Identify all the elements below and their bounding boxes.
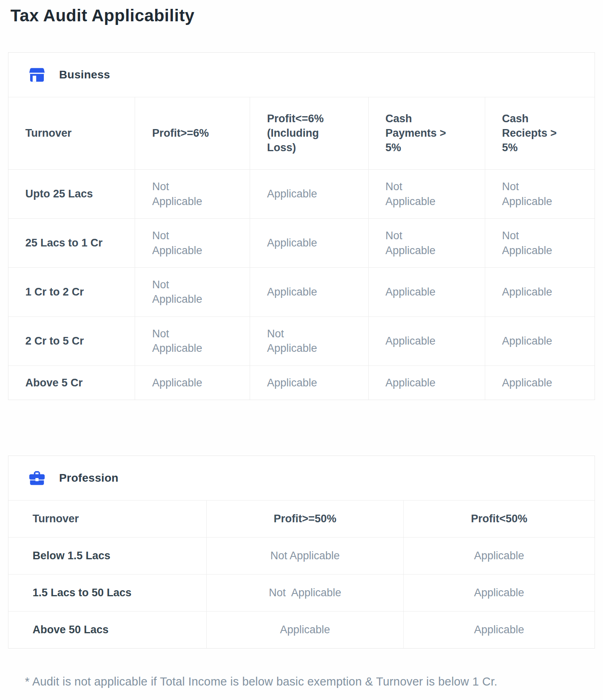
business-col-profit-ge-6: Profit>=6% <box>135 97 250 169</box>
cell-value: Not Applicable <box>207 575 404 612</box>
table-row: Upto 25 Lacs Not Applicable Applicable N… <box>8 170 595 219</box>
cell-value: Applicable <box>368 316 485 365</box>
cell-value: Applicable <box>368 268 485 317</box>
business-table-header-row: Turnover Profit>=6% Profit<=6% (Includin… <box>8 97 595 169</box>
cell-value: Applicable <box>135 365 250 400</box>
page: Tax Audit Applicability Business Turnove… <box>0 0 603 700</box>
cell-value: Applicable <box>250 268 369 317</box>
cell-value: Not Applicable <box>135 219 250 268</box>
profession-col-profit-ge-50: Profit>=50% <box>207 501 404 538</box>
table-row: 2 Cr to 5 Cr Not Applicable Not Applicab… <box>8 316 595 365</box>
profession-col-profit-lt-50: Profit<50% <box>404 501 595 538</box>
cell-value: Applicable <box>250 365 369 400</box>
business-section-card: Business Turnover Profit>=6% Profit<=6% … <box>8 52 595 400</box>
cell-value: Not Applicable <box>368 170 485 219</box>
table-row: Above 50 Lacs Applicable Applicable <box>8 612 595 649</box>
cell-value: Applicable <box>368 365 485 400</box>
row-label-upto-25-lacs: Upto 25 Lacs <box>8 170 135 219</box>
cell-value: Applicable <box>485 268 595 317</box>
cell-value: Not Applicable <box>207 538 404 575</box>
storefront-icon <box>28 66 46 84</box>
table-row: 25 Lacs to 1 Cr Not Applicable Applicabl… <box>8 219 595 268</box>
cell-value: Not Applicable <box>250 316 369 365</box>
table-row: Above 5 Cr Applicable Applicable Applica… <box>8 365 595 400</box>
cell-value: Not Applicable <box>135 268 250 317</box>
cell-value: Not Applicable <box>485 219 595 268</box>
business-table: Turnover Profit>=6% Profit<=6% (Includin… <box>8 97 595 400</box>
cell-value: Applicable <box>250 170 369 219</box>
cell-value: Applicable <box>404 612 595 649</box>
row-label-2cr-5cr: 2 Cr to 5 Cr <box>8 316 135 365</box>
profession-table-header-row: Turnover Profit>=50% Profit<50% <box>8 501 595 538</box>
cell-value: Applicable <box>404 575 595 612</box>
cell-value: Not Applicable <box>135 316 250 365</box>
row-label-above-5cr: Above 5 Cr <box>8 365 135 400</box>
cell-value: Not Applicable <box>135 170 250 219</box>
business-col-cash-payments: Cash Payments > 5% <box>368 97 485 169</box>
table-row: 1.5 Lacs to 50 Lacs Not Applicable Appli… <box>8 575 595 612</box>
cell-value: Applicable <box>485 365 595 400</box>
profession-section-label: Profession <box>59 472 119 484</box>
cell-value: Applicable <box>404 538 595 575</box>
page-title: Tax Audit Applicability <box>10 6 595 26</box>
cell-value: Applicable <box>207 612 404 649</box>
cell-value: Not Applicable <box>485 170 595 219</box>
audit-footnote: * Audit is not applicable if Total Incom… <box>25 675 595 688</box>
row-label-1cr-2cr: 1 Cr to 2 Cr <box>8 268 135 317</box>
briefcase-icon <box>28 469 46 487</box>
profession-section-header: Profession <box>8 456 595 501</box>
business-section-header: Business <box>8 53 595 97</box>
table-row: Below 1.5 Lacs Not Applicable Applicable <box>8 538 595 575</box>
business-col-turnover: Turnover <box>8 97 135 169</box>
profession-table: Turnover Profit>=50% Profit<50% Below 1.… <box>8 501 595 648</box>
profession-section-card: Profession Turnover Profit>=50% Profit<5… <box>8 456 595 649</box>
cell-value: Applicable <box>485 316 595 365</box>
row-label-above-50-lacs: Above 50 Lacs <box>8 612 207 649</box>
profession-col-turnover: Turnover <box>8 501 207 538</box>
cell-value: Applicable <box>250 219 369 268</box>
business-col-profit-le-6: Profit<=6% (Including Loss) <box>250 97 369 169</box>
row-label-25lacs-1cr: 25 Lacs to 1 Cr <box>8 219 135 268</box>
table-row: 1 Cr to 2 Cr Not Applicable Applicable A… <box>8 268 595 317</box>
row-label-1-5-to-50-lacs: 1.5 Lacs to 50 Lacs <box>8 575 207 612</box>
cell-value: Not Applicable <box>368 219 485 268</box>
business-section-label: Business <box>59 68 110 81</box>
business-col-cash-reciepts: Cash Reciepts > 5% <box>485 97 595 169</box>
row-label-below-1-5-lacs: Below 1.5 Lacs <box>8 538 207 575</box>
